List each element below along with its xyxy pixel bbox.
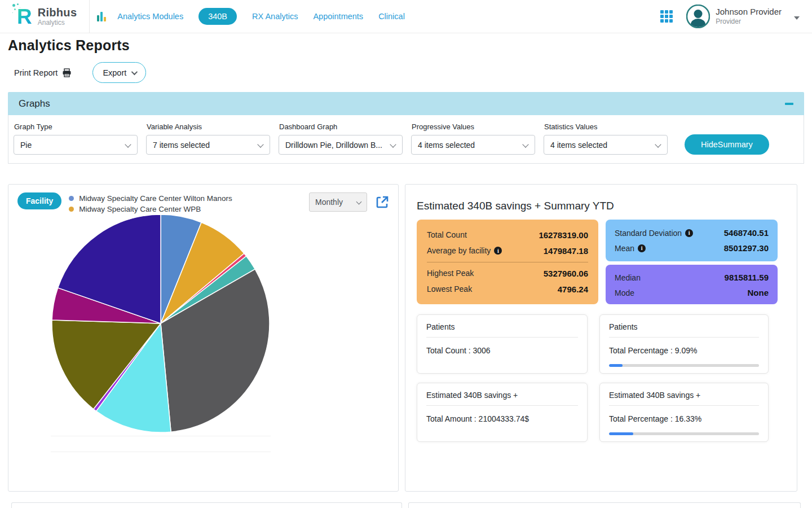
facility-badge[interactable]: Facility	[17, 192, 61, 209]
logo-dots-decoration	[12, 4, 15, 7]
nav-links: Analytics Modules 340B RX Analytics Appo…	[97, 8, 405, 25]
summary-title: Estimated 340B savings + Summary YTD	[417, 200, 785, 212]
printer-icon	[62, 68, 72, 77]
stat-row: Mode None	[615, 285, 769, 300]
nav-analytics-modules[interactable]: Analytics Modules	[117, 12, 183, 21]
progress-bar-fill	[609, 364, 623, 367]
analytics-reports-page: R Ribhus Analytics Analytics Modules 340…	[0, 0, 812, 508]
stat-row: Median 9815811.59	[615, 270, 769, 285]
legend-item[interactable]: Midway Specialty Care Center Wilton Mano…	[69, 193, 232, 204]
patients-count-card: Patients Total Count : 3006	[417, 314, 588, 374]
dashboard-graph-select[interactable]: Drilldown Pie, Drilldown B...	[279, 135, 403, 155]
stat-row: Mean 8501297.30	[615, 240, 769, 256]
variable-analysis-label: Variable Analysis	[147, 122, 270, 131]
savings-amount-card: Estimated 340B savings + Total Amount : …	[417, 383, 588, 442]
legend-divider-line	[51, 436, 271, 436]
print-report-button[interactable]: Print Report	[14, 68, 72, 77]
export-button[interactable]: Export	[92, 62, 146, 83]
dashboard-graph-label: Dashboard Graph	[279, 122, 403, 131]
collapse-minus-icon[interactable]	[785, 103, 793, 105]
expand-fullscreen-icon[interactable]	[375, 195, 389, 209]
statistics-values-select[interactable]: 4 items selected	[544, 135, 668, 155]
nav-appointments[interactable]: Appointments	[313, 12, 363, 21]
user-avatar[interactable]	[686, 5, 710, 28]
info-icon[interactable]	[494, 247, 502, 255]
pie-chart[interactable]	[48, 211, 273, 436]
progress-bar-fill	[609, 432, 633, 435]
bar-chart-icon	[97, 11, 106, 21]
page-title: Analytics Reports	[8, 37, 804, 54]
logo-r-mark: R	[17, 6, 32, 27]
nav-clinical[interactable]: Clinical	[378, 12, 405, 21]
brand-subtitle: Analytics	[38, 19, 77, 27]
user-menu-caret-icon[interactable]	[794, 16, 800, 20]
panel-divider	[427, 262, 588, 262]
next-section-card-partial	[11, 502, 402, 508]
user-name: Johnson Provider	[716, 7, 782, 17]
progress-bar	[609, 364, 759, 367]
hide-summary-button[interactable]: HideSummary	[685, 134, 769, 155]
apps-grid-icon[interactable]	[660, 10, 673, 23]
patients-percentage-card: Patients Total Percentage : 9.09%	[599, 314, 769, 374]
graphs-panel-title: Graphs	[19, 98, 50, 110]
chevron-down-icon	[131, 68, 138, 75]
statistics-values-label: Statistics Values	[544, 122, 668, 131]
graph-type-label: Graph Type	[14, 122, 138, 131]
legend-dot	[69, 196, 74, 201]
pie-chart-card: Facility Midway Specialty Care Center Wi…	[8, 184, 399, 492]
user-role: Provider	[716, 17, 782, 26]
stat-row: Highest Peak 5327960.06	[427, 265, 588, 281]
deviation-panel: Standard Deviation 5468740.51 Mean 85012…	[606, 220, 778, 261]
info-icon[interactable]	[685, 229, 693, 237]
variable-analysis-select[interactable]: 7 items selected	[146, 135, 270, 155]
brand-name: Ribhus	[38, 6, 77, 19]
brand-logo[interactable]: R Ribhus Analytics	[0, 0, 90, 33]
graphs-panel-header[interactable]: Graphs	[8, 92, 804, 115]
legend-divider-line	[51, 452, 271, 452]
filter-bar: Graph Type Pie Variable Analysis 7 items…	[8, 115, 804, 164]
next-section-card-partial	[408, 502, 801, 508]
stat-row: Lowest Peak 4796.24	[427, 281, 588, 297]
summary-card: Estimated 340B savings + Summary YTD Tot…	[405, 184, 797, 492]
nav-340b[interactable]: 340B	[198, 8, 237, 25]
totals-panel: Total Count 16278319.00 Average by facil…	[417, 220, 598, 304]
median-panel: Median 9815811.59 Mode None	[606, 265, 778, 304]
top-navbar: R Ribhus Analytics Analytics Modules 340…	[0, 0, 812, 33]
progress-bar	[609, 432, 759, 435]
progressive-values-label: Progressive Values	[412, 122, 535, 131]
progressive-values-select[interactable]: 4 items selected	[411, 135, 535, 155]
savings-percentage-card: Estimated 340B savings + Total Percentag…	[599, 383, 769, 442]
stat-row: Total Count 16278319.00	[427, 227, 588, 243]
graph-type-select[interactable]: Pie	[14, 135, 138, 155]
nav-rx-analytics[interactable]: RX Analytics	[252, 12, 298, 21]
period-select[interactable]: Monthly	[309, 192, 367, 212]
stat-row: Standard Deviation 5468740.51	[615, 225, 769, 240]
stat-row: Average by facility 1479847.18	[427, 243, 588, 259]
info-icon[interactable]	[638, 244, 646, 252]
